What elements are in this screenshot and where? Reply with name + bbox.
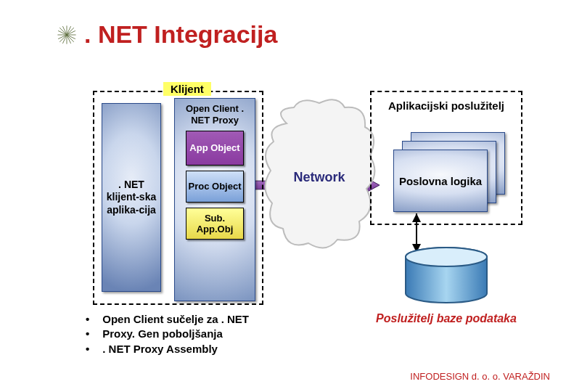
svg-point-13 (406, 248, 487, 266)
network-cloud: Network (258, 94, 381, 254)
footer-text: INFODESIGN d. o. o. VARAŽDIN (410, 371, 550, 382)
proxy-column: Open Client . NET Proxy App Object Proc … (174, 98, 255, 301)
proxy-title: Open Client . NET Proxy (179, 103, 250, 126)
bullet-text: Open Client sučelje za . NET (102, 312, 249, 327)
title-row: . NET Integracija (0, 0, 566, 49)
network-label: Network (293, 170, 345, 185)
app-object-box: App Object (186, 131, 244, 166)
client-box: Klijent . NET klijent-ska aplika-cija Op… (93, 91, 263, 305)
proc-object-box: Proc Object (186, 171, 244, 203)
bullet-text: . NET Proxy Assembly (102, 342, 218, 356)
diagram: Network Klijent . NET klijent-ska aplika… (80, 87, 515, 312)
burst-icon (57, 25, 77, 45)
client-label: Klijent (163, 82, 211, 96)
database-label: Poslužitelj baze podataka (337, 312, 555, 325)
stack-card-front: Poslovna logika (393, 150, 488, 212)
list-item: •. NET Proxy Assembly (86, 342, 249, 356)
svg-marker-11 (412, 213, 421, 222)
server-box: Aplikacijski poslužitelj Poslovna logika (370, 91, 522, 225)
list-item: •Open Client sučelje za . NET (86, 312, 249, 327)
sub-app-obj-box: Sub. App.Obj (186, 208, 244, 240)
bullet-icon: • (86, 327, 89, 341)
bullet-list: •Open Client sučelje za . NET •Proxy. Ge… (86, 312, 249, 356)
bullet-icon: • (86, 312, 89, 327)
bullet-text: Proxy. Gen poboljšanja (102, 327, 223, 341)
server-title: Aplikacijski poslužitelj (388, 99, 504, 112)
business-logic-stack: Poslovna logika (393, 132, 509, 212)
bullet-icon: • (86, 342, 89, 356)
database-icon (403, 247, 490, 305)
list-item: •Proxy. Gen poboljšanja (86, 327, 249, 341)
page-title: . NET Integracija (84, 20, 277, 49)
net-client-app: . NET klijent-ska aplika-cija (102, 103, 161, 292)
